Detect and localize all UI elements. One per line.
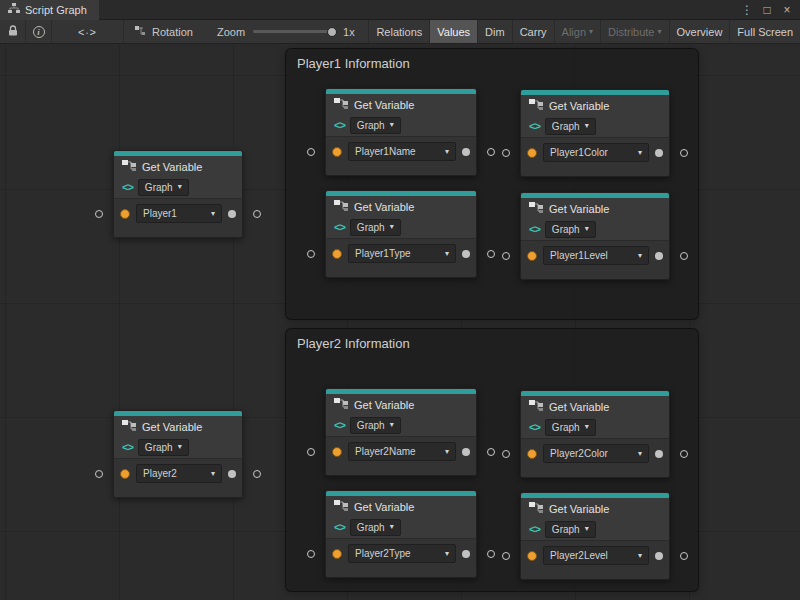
output-port[interactable]	[462, 250, 470, 258]
get-variable-node[interactable]: Get Variable <> Graph▾ Player2Type▾	[325, 490, 477, 578]
overview-button[interactable]: Overview	[669, 20, 730, 43]
output-port[interactable]	[228, 210, 236, 218]
input-port[interactable]	[332, 249, 342, 259]
graph-kind-dropdown[interactable]: Graph▾	[545, 521, 596, 538]
graph-kind-dropdown[interactable]: Graph▾	[545, 118, 596, 135]
variable-dropdown[interactable]: Player1Type▾	[348, 244, 456, 263]
left-connection-port[interactable]	[307, 250, 315, 258]
get-variable-node[interactable]: Get Variable <> Graph▾ Player2▾	[113, 410, 243, 498]
output-port[interactable]	[228, 470, 236, 478]
graph-kind-dropdown[interactable]: Graph▾	[138, 179, 189, 196]
graph-kind-dropdown[interactable]: Graph▾	[350, 519, 401, 536]
output-port[interactable]	[462, 550, 470, 558]
right-connection-port[interactable]	[487, 250, 495, 258]
carry-button[interactable]: Carry	[512, 20, 554, 43]
node-header[interactable]: Get Variable	[326, 394, 476, 416]
menu-icon[interactable]: ⋮	[738, 1, 756, 19]
maximize-icon[interactable]: □	[758, 1, 776, 19]
get-variable-node[interactable]: Get Variable <> Graph▾ Player2Name▾	[325, 388, 477, 476]
right-connection-port[interactable]	[253, 210, 261, 218]
node-header[interactable]: Get Variable	[521, 198, 669, 220]
left-connection-port[interactable]	[502, 450, 510, 458]
right-connection-port[interactable]	[487, 550, 495, 558]
full-screen-button[interactable]: Full Screen	[729, 20, 800, 43]
graph-breadcrumb-button[interactable]: <∙>	[52, 20, 124, 43]
right-connection-port[interactable]	[253, 470, 261, 478]
input-port[interactable]	[120, 209, 130, 219]
node-header[interactable]: Get Variable	[521, 498, 669, 520]
input-port[interactable]	[527, 551, 537, 561]
variable-dropdown[interactable]: Player2Color▾	[543, 444, 649, 463]
zoom-slider-handle[interactable]	[327, 27, 337, 37]
graph-canvas[interactable]: Player1 Information Player2 Information …	[0, 45, 800, 600]
group-title[interactable]: Player1 Information	[286, 49, 698, 78]
output-port[interactable]	[655, 450, 663, 458]
node-header[interactable]: Get Variable	[521, 95, 669, 117]
variable-dropdown[interactable]: Player1Color▾	[543, 143, 649, 162]
graph-kind-dropdown[interactable]: Graph▾	[350, 417, 401, 434]
node-header[interactable]: Get Variable	[114, 156, 242, 178]
variable-dropdown[interactable]: Player1▾	[136, 204, 222, 223]
left-connection-port[interactable]	[95, 470, 103, 478]
output-port[interactable]	[655, 149, 663, 157]
left-connection-port[interactable]	[502, 149, 510, 157]
output-port[interactable]	[462, 448, 470, 456]
left-connection-port[interactable]	[307, 550, 315, 558]
input-port[interactable]	[527, 251, 537, 261]
variable-dropdown[interactable]: Player2Level▾	[543, 546, 649, 565]
output-port[interactable]	[655, 552, 663, 560]
input-port[interactable]	[332, 549, 342, 559]
get-variable-node[interactable]: Get Variable <> Graph▾ Player1Level▾	[520, 192, 670, 280]
node-header[interactable]: Get Variable	[114, 416, 242, 438]
variable-dropdown[interactable]: Player2Name▾	[348, 442, 456, 461]
get-variable-node[interactable]: Get Variable <> Graph▾ Player2Color▾	[520, 390, 670, 478]
left-connection-port[interactable]	[307, 448, 315, 456]
right-connection-port[interactable]	[487, 448, 495, 456]
variable-dropdown[interactable]: Player2▾	[136, 464, 222, 483]
node-header[interactable]: Get Variable	[521, 396, 669, 418]
lock-button[interactable]	[0, 20, 26, 43]
group-title[interactable]: Player2 Information	[286, 329, 698, 358]
align-dropdown-button[interactable]: Align▾	[554, 20, 600, 43]
graph-kind-dropdown[interactable]: Graph▾	[350, 219, 401, 236]
right-connection-port[interactable]	[680, 149, 688, 157]
variable-dropdown[interactable]: Player2Type▾	[348, 544, 456, 563]
input-port[interactable]	[527, 148, 537, 158]
close-icon[interactable]: ×	[778, 1, 796, 19]
node-header[interactable]: Get Variable	[326, 196, 476, 218]
relations-button[interactable]: Relations	[368, 20, 429, 43]
input-port[interactable]	[332, 147, 342, 157]
right-connection-port[interactable]	[680, 552, 688, 560]
graph-kind-dropdown[interactable]: Graph▾	[545, 419, 596, 436]
right-connection-port[interactable]	[680, 252, 688, 260]
values-button[interactable]: Values	[429, 20, 477, 43]
variable-dropdown[interactable]: Player1Name▾	[348, 142, 456, 161]
input-port[interactable]	[120, 469, 130, 479]
variable-dropdown[interactable]: Player1Level▾	[543, 246, 649, 265]
output-port[interactable]	[462, 148, 470, 156]
right-connection-port[interactable]	[487, 148, 495, 156]
input-port[interactable]	[332, 447, 342, 457]
tab-script-graph[interactable]: Script Graph	[0, 0, 99, 20]
distribute-dropdown-button[interactable]: Distribute▾	[600, 20, 668, 43]
left-connection-port[interactable]	[307, 148, 315, 156]
left-connection-port[interactable]	[502, 252, 510, 260]
left-connection-port[interactable]	[95, 210, 103, 218]
get-variable-node[interactable]: Get Variable <> Graph▾ Player1▾	[113, 150, 243, 238]
graph-kind-dropdown[interactable]: Graph▾	[138, 439, 189, 456]
info-button[interactable]: i	[26, 20, 52, 43]
get-variable-node[interactable]: Get Variable <> Graph▾ Player1Type▾	[325, 190, 477, 278]
get-variable-node[interactable]: Get Variable <> Graph▾ Player2Level▾	[520, 492, 670, 580]
output-port[interactable]	[655, 252, 663, 260]
zoom-slider[interactable]	[253, 30, 335, 33]
graph-kind-dropdown[interactable]: Graph▾	[350, 117, 401, 134]
left-connection-port[interactable]	[502, 552, 510, 560]
dim-button[interactable]: Dim	[477, 20, 512, 43]
get-variable-node[interactable]: Get Variable <> Graph▾ Player1Name▾	[325, 88, 477, 176]
node-header[interactable]: Get Variable	[326, 94, 476, 116]
right-connection-port[interactable]	[680, 450, 688, 458]
get-variable-node[interactable]: Get Variable <> Graph▾ Player1Color▾	[520, 89, 670, 177]
node-header[interactable]: Get Variable	[326, 496, 476, 518]
input-port[interactable]	[527, 449, 537, 459]
graph-kind-dropdown[interactable]: Graph▾	[545, 221, 596, 238]
